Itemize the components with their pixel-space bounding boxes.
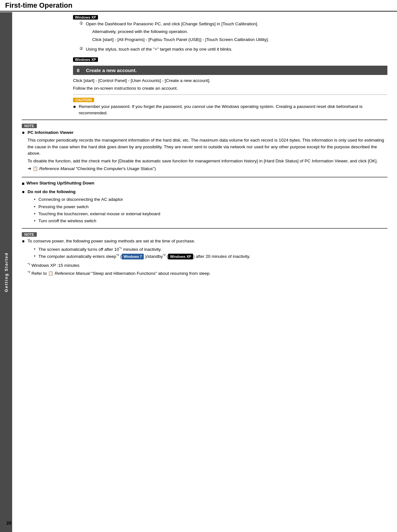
note1-ref: ➔ 📋 Reference Manual "Checking the Compu… — [28, 166, 387, 172]
divider-4 — [22, 228, 387, 229]
step1-alt2: Click [start] - [All Programs] - [Fujits… — [86, 37, 387, 43]
divider-2 — [22, 119, 387, 120]
section-8-header: 8 Create a new account. — [73, 66, 387, 75]
note1-text2: To disable the function, add the check m… — [28, 158, 387, 164]
caution-bullet: ● Remember your password. If you forget … — [73, 103, 387, 117]
main-content: Windows XP ① Open the Dashboard for Pana… — [12, 12, 397, 291]
sub-bullet-1: • Connecting or disconnecting the AC ada… — [34, 196, 387, 203]
windows-xp-section-2: Windows XP 8 Create a new account. Click… — [73, 57, 387, 116]
caution-block: CAUTION ● Remember your password. If you… — [73, 97, 387, 117]
divider-3 — [22, 177, 387, 177]
sub-bullet-4: • Turn on/off the wireless switch — [34, 218, 387, 224]
note2-main-text: To conserve power, the following power s… — [28, 238, 387, 244]
caution-text: Remember your password. If you forget th… — [79, 103, 387, 117]
note1-text1: This computer periodically records the m… — [28, 137, 387, 157]
win-xp-badge-1: Windows XP — [73, 15, 387, 21]
sidebar: Getting Started — [0, 12, 12, 532]
note-1-label: NOTE — [22, 124, 37, 128]
win-xp-badge-2: Windows XP — [73, 57, 387, 63]
note-2-label: NOTE — [22, 232, 37, 237]
do-not-bullet: ● Do not do the following • Connecting o… — [22, 189, 387, 225]
step1-alt1: Alternatively, proceed with the followin… — [86, 29, 387, 35]
note2-footnote1: *1 Windows XP :15 minutes — [28, 262, 387, 269]
step2-text: Using the stylus, touch each of the "+" … — [86, 46, 387, 53]
section-8-body: Click [start] - [Control Panel] - [User … — [73, 78, 387, 92]
note-2-block: NOTE ● To conserve power, the following … — [22, 232, 387, 278]
note2-sub2: • The computer automatically enters slee… — [34, 253, 387, 261]
note2-sub1: • The screen automatically turns off aft… — [34, 246, 387, 253]
section8-text2: Follow the on-screen instructions to cre… — [73, 85, 387, 92]
note-1-block: NOTE ● PC Information Viewer This comput… — [22, 123, 387, 174]
section8-text1: Click [start] - [Control Panel] - [User … — [73, 78, 387, 84]
do-not-title: Do not do the following — [28, 189, 76, 194]
caution-label: CAUTION — [73, 98, 94, 102]
note2-footnote2: *2 Refer to 📋 Reference Manual "Sleep an… — [28, 270, 387, 277]
sidebar-label: Getting Started — [4, 252, 9, 292]
note-2-content: ● To conserve power, the following power… — [22, 238, 387, 278]
when-section: ■ When Starting Up/Shutting Down ● Do no… — [22, 181, 387, 225]
note-1-content: ● PC Information Viewer This computer pe… — [22, 129, 387, 174]
windows-xp-section-1: Windows XP ① Open the Dashboard for Pana… — [73, 15, 387, 54]
page-number: 20 — [6, 520, 12, 526]
step-2: ② Using the stylus, touch each of the "+… — [73, 46, 387, 54]
sub-bullet-2: • Pressing the power switch — [34, 204, 387, 210]
step1-text: Open the Dashboard for Panasonic PC, and… — [86, 21, 387, 27]
page-title: First-time Operation — [5, 1, 392, 10]
divider-1 — [73, 94, 387, 95]
note1-title: PC Information Viewer — [28, 130, 74, 135]
sub-bullet-3: • Touching the touchscreen, external mou… — [34, 211, 387, 217]
step-1: ① Open the Dashboard for Panasonic PC, a… — [73, 21, 387, 44]
when-title: When Starting Up/Shutting Down — [26, 181, 94, 185]
page-title-bar: First-time Operation — [0, 0, 397, 12]
